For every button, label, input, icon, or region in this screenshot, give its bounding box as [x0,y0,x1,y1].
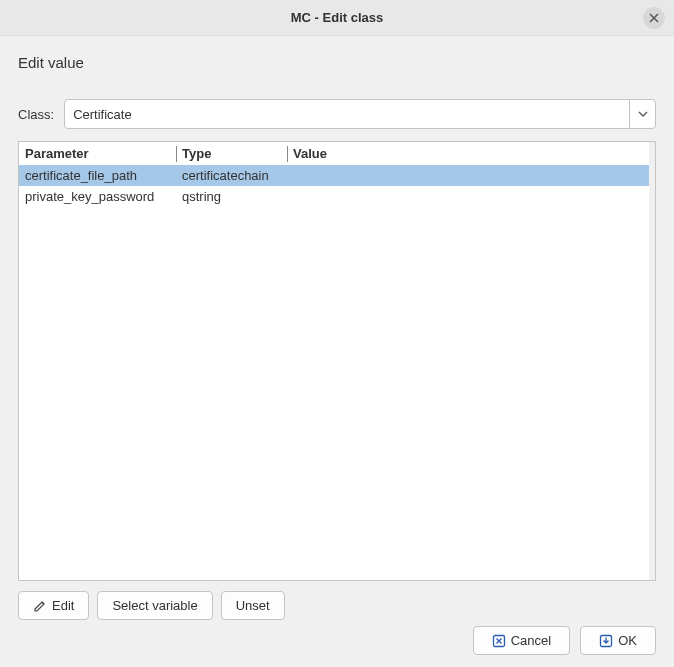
table-header-row: Parameter Type Value [19,142,655,165]
parameter-table[interactable]: Parameter Type Value certificate_file_pa… [19,142,655,207]
action-row: Edit Select variable Unset [18,591,656,620]
cell-type: qstring [176,186,287,207]
section-title: Edit value [18,54,656,71]
scrollbar[interactable] [649,142,655,580]
class-select-value: Certificate [65,107,629,122]
edit-button[interactable]: Edit [18,591,89,620]
class-select-dropdown-button[interactable] [629,100,655,128]
column-separator [287,146,288,162]
close-icon [649,13,659,23]
table-row[interactable]: certificate_file_pathcertificatechain [19,165,655,186]
cancel-button[interactable]: Cancel [473,626,570,655]
close-button[interactable] [643,7,665,29]
cell-value [287,165,655,186]
unset-button[interactable]: Unset [221,591,285,620]
header-value[interactable]: Value [287,142,655,165]
chevron-down-icon [638,111,648,117]
parameter-table-wrapper: Parameter Type Value certificate_file_pa… [18,141,656,581]
header-type[interactable]: Type [176,142,287,165]
ok-button[interactable]: OK [580,626,656,655]
cancel-icon [492,634,506,648]
column-separator [176,146,177,162]
class-row: Class: Certificate [18,99,656,129]
select-variable-button[interactable]: Select variable [97,591,212,620]
table-row[interactable]: private_key_passwordqstring [19,186,655,207]
edit-icon [33,599,47,613]
class-select[interactable]: Certificate [64,99,656,129]
header-parameter[interactable]: Parameter [19,142,176,165]
dialog-footer: Cancel OK [473,626,656,655]
class-label: Class: [18,107,54,122]
titlebar: MC - Edit class [0,0,674,36]
window-title: MC - Edit class [291,10,383,25]
cell-parameter: private_key_password [19,186,176,207]
cell-type: certificatechain [176,165,287,186]
ok-icon [599,634,613,648]
cell-value [287,186,655,207]
dialog-content: Edit value Class: Certificate Parameter … [0,36,674,632]
cell-parameter: certificate_file_path [19,165,176,186]
